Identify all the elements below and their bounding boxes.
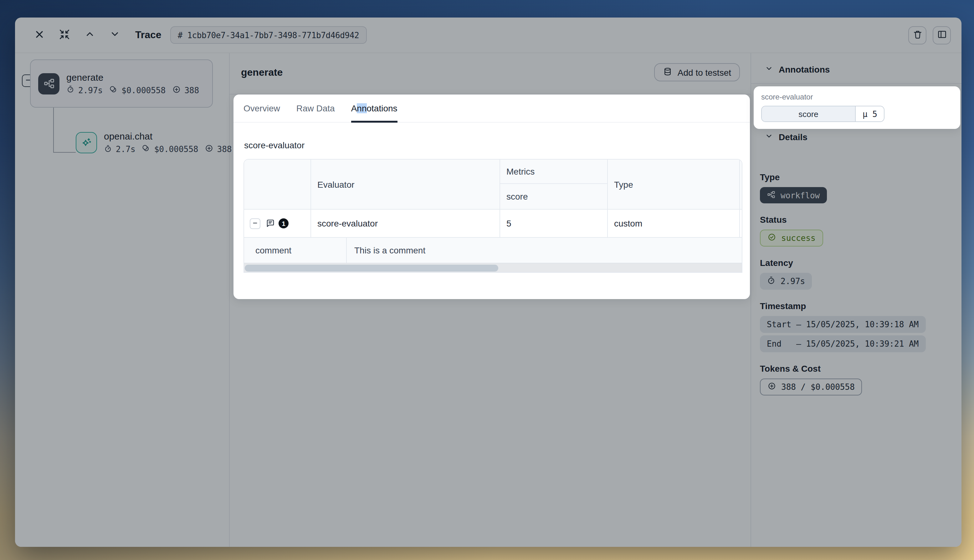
annotation-summary-card: score-evaluator score μ 5 <box>754 87 960 129</box>
page-background: Trace # 1cbb70e7-34a1-7bb7-3498-771b7d46… <box>0 0 974 560</box>
comment-count-badge: 1 <box>279 218 289 228</box>
annotations-tab-content: score-evaluator Evaluator Metrics score … <box>233 123 750 283</box>
header-controls-cell <box>244 160 310 209</box>
tab-annotations[interactable]: Annotations <box>351 95 397 122</box>
evaluator-section-title: score-evaluator <box>244 140 740 150</box>
minus-icon <box>252 219 259 228</box>
comment-key: comment <box>244 238 346 263</box>
metric-name: score <box>762 107 856 122</box>
comment-icon[interactable] <box>265 218 275 228</box>
header-type: Type <box>607 160 739 209</box>
tab-annotations-text: otations <box>367 103 397 113</box>
scrollbar-thumb[interactable] <box>245 265 498 272</box>
tab-annotations-selected-text: nn <box>357 103 367 113</box>
row-collapse-button[interactable] <box>250 218 260 229</box>
metric-mean-value: μ 5 <box>856 107 884 122</box>
cell-type: custom <box>607 210 739 237</box>
header-metric-score: score <box>500 184 607 209</box>
tab-raw-data[interactable]: Raw Data <box>297 95 335 122</box>
detail-tabs: Overview Raw Data Annotations <box>233 95 750 123</box>
trace-modal: Trace # 1cbb70e7-34a1-7bb7-3498-771b7d46… <box>15 18 961 547</box>
table-row[interactable]: 1 score-evaluator 5 custom <box>244 210 742 237</box>
comment-value: This is a comment <box>346 238 742 263</box>
header-evaluator: Evaluator <box>310 160 500 209</box>
cell-extra <box>739 210 742 237</box>
tab-overview[interactable]: Overview <box>244 95 280 122</box>
row-controls: 1 <box>244 210 310 237</box>
cell-evaluator: score-evaluator <box>310 210 500 237</box>
horizontal-scrollbar[interactable] <box>244 263 742 272</box>
tab-annotations-text: A <box>351 103 357 113</box>
annotation-score-pill[interactable]: score μ 5 <box>761 106 885 122</box>
comment-row: comment This is a comment <box>244 237 742 263</box>
cell-score: 5 <box>500 210 607 237</box>
table-header: Evaluator Metrics score Type <box>244 160 742 210</box>
header-metrics: Metrics <box>500 160 607 184</box>
header-extra-cell <box>739 160 742 209</box>
annotation-evaluator-label: score-evaluator <box>754 87 960 102</box>
annotations-table: Evaluator Metrics score Type <box>244 159 742 273</box>
span-detail-card: Overview Raw Data Annotations score-eval… <box>233 95 750 299</box>
